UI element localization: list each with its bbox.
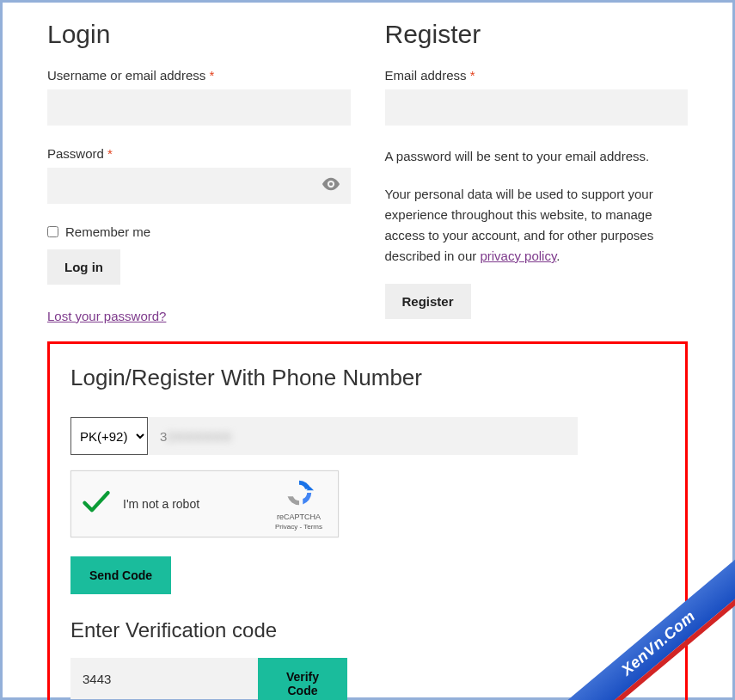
verify-heading: Enter Verification code xyxy=(70,618,665,642)
password-input[interactable] xyxy=(47,168,351,204)
required-marker: * xyxy=(209,68,214,83)
remember-checkbox[interactable] xyxy=(47,226,58,237)
verification-code-input[interactable] xyxy=(70,658,258,699)
recaptcha-brand: reCAPTCHA xyxy=(275,513,322,521)
username-label: Username or email address * xyxy=(47,68,351,83)
recaptcha-links[interactable]: Privacy - Terms xyxy=(275,523,322,531)
svg-point-0 xyxy=(328,182,332,186)
reg-email-label-text: Email address xyxy=(385,68,467,83)
phone-row: PK(+92) 32XXXXXX xyxy=(70,417,578,455)
username-input[interactable] xyxy=(47,89,351,126)
privacy-paragraph: Your personal data will be used to suppo… xyxy=(385,184,689,267)
login-button[interactable]: Log in xyxy=(47,249,120,285)
phone-section: Login/Register With Phone Number PK(+92)… xyxy=(47,341,688,700)
recaptcha-branding: reCAPTCHA Privacy - Terms xyxy=(275,478,328,531)
verify-row: Verify Code xyxy=(70,658,347,700)
required-marker: * xyxy=(107,146,113,161)
register-button[interactable]: Register xyxy=(385,284,471,319)
recaptcha-label: I'm not a robot xyxy=(123,497,275,511)
phone-number-input[interactable]: 32XXXXXX xyxy=(148,417,578,455)
privacy-policy-link[interactable]: privacy policy xyxy=(480,249,556,263)
phone-value-redacted: 2XXXXXX xyxy=(167,429,231,444)
verify-code-button[interactable]: Verify Code xyxy=(258,658,347,700)
password-label: Password * xyxy=(47,146,351,161)
remember-row: Remember me xyxy=(47,224,351,239)
send-code-button[interactable]: Send Code xyxy=(70,556,171,594)
login-column: Login Username or email address * Passwo… xyxy=(47,20,351,324)
country-code-select[interactable]: PK(+92) xyxy=(70,417,148,455)
recaptcha-widget[interactable]: I'm not a robot reCAPTCHA Privacy - Term… xyxy=(70,470,339,537)
checkmark-icon xyxy=(82,489,111,519)
remember-label: Remember me xyxy=(65,224,150,239)
required-marker: * xyxy=(470,68,475,83)
show-password-icon[interactable] xyxy=(322,177,340,194)
recaptcha-logo-icon xyxy=(285,495,314,510)
reg-email-input[interactable] xyxy=(385,89,689,126)
password-label-text: Password xyxy=(47,146,104,161)
privacy-suffix: . xyxy=(556,249,560,263)
auth-columns: Login Username or email address * Passwo… xyxy=(13,13,722,324)
lost-password-link[interactable]: Lost your password? xyxy=(47,309,166,323)
password-wrapper xyxy=(47,168,351,204)
register-column: Register Email address * A password will… xyxy=(385,20,689,324)
register-heading: Register xyxy=(385,20,689,49)
page-frame: Login Username or email address * Passwo… xyxy=(0,0,735,700)
phone-value-visible: 3 xyxy=(160,429,167,444)
login-heading: Login xyxy=(47,20,351,49)
reg-email-label: Email address * xyxy=(385,68,689,83)
username-label-text: Username or email address xyxy=(47,68,205,83)
phone-heading: Login/Register With Phone Number xyxy=(70,365,665,391)
password-hint: A password will be sent to your email ad… xyxy=(385,146,689,167)
